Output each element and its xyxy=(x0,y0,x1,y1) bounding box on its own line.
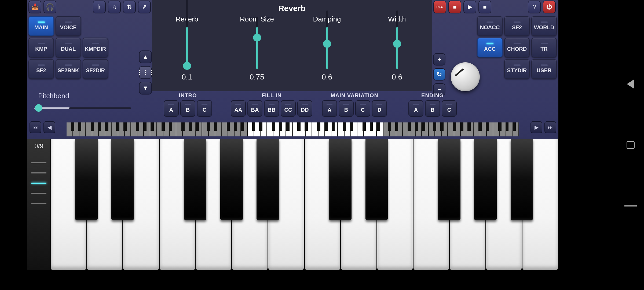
arranger-ending: ENDINGABC xyxy=(408,92,457,117)
panel-nav-left: ▲ ⋮⋮⋮ ▼ xyxy=(139,50,152,95)
pitchbend-slider[interactable] xyxy=(34,106,131,110)
power-button[interactable]: ⏻ xyxy=(543,1,556,13)
app-root: 📥 🎧 ᛒ ♫ ⇅ ⇗ REC ■ ▶ ■ ? ⏻ MAINVOICEKMPDU… xyxy=(27,0,558,270)
slider-damping[interactable]: Damping0.6 xyxy=(292,15,362,81)
black-key[interactable] xyxy=(438,139,460,220)
panel-up-button[interactable]: ▲ xyxy=(139,50,152,63)
arr-fillin-ba[interactable]: BA xyxy=(247,100,262,117)
pitchbend-label: Pitchbend xyxy=(38,92,69,100)
equalizer-icon[interactable]: ⇅ xyxy=(123,1,136,13)
arranger-main-variation: MAIN VARIATIONABCD xyxy=(322,92,387,117)
arr-fillin-bb[interactable]: BB xyxy=(264,100,279,117)
black-key[interactable] xyxy=(220,139,243,220)
reverb-panel: Reverb Reverb0.1Room Size0.75Damping0.6W… xyxy=(152,0,432,91)
arr-ending-a[interactable]: A xyxy=(408,100,423,117)
arr-mainvariation-c[interactable]: C xyxy=(355,100,370,117)
arr-ending-c[interactable]: C xyxy=(442,100,457,117)
right-btn-stydir[interactable]: STYDIR xyxy=(504,59,530,79)
slider-room-size[interactable]: Room Size0.75 xyxy=(222,15,292,81)
stop-button[interactable]: ■ xyxy=(478,1,491,13)
panel-grid-button[interactable]: ⋮⋮⋮ xyxy=(139,66,152,79)
kb-fastfwd-button[interactable]: ⏭ xyxy=(544,121,556,133)
left-btn-dual[interactable]: DUAL xyxy=(56,38,81,57)
android-back-button[interactable] xyxy=(624,78,637,90)
right-mode-grid: NOACCSF2WORLDACCCHORDTRSTYDIRUSER xyxy=(477,16,557,79)
left-mode-grid: MAINVOICEKMPDUALKMPDIRSF2SF2BNKSF2DIR xyxy=(28,16,108,79)
black-key[interactable] xyxy=(474,139,497,220)
velocity-level[interactable] xyxy=(31,193,46,194)
right-btn-noacc[interactable]: NOACC xyxy=(477,16,503,36)
android-home-button[interactable] xyxy=(624,139,637,151)
arr-intro-c[interactable]: C xyxy=(197,100,212,117)
black-key[interactable] xyxy=(111,139,134,220)
left-btn-sf2[interactable]: SF2 xyxy=(28,59,54,79)
tempo-knob[interactable] xyxy=(451,62,480,91)
velocity-level[interactable] xyxy=(31,183,46,184)
keyboard-nav: ⏮ ◀ ▶ ⏭ xyxy=(27,121,558,137)
slider-width[interactable]: Width0.6 xyxy=(362,15,432,81)
top-right-toolbar: REC ■ ▶ ■ ? ⏻ xyxy=(433,1,556,13)
panel-refresh-button[interactable]: ↻ xyxy=(433,68,445,81)
panel-down-button[interactable]: ▼ xyxy=(139,82,152,95)
black-key[interactable] xyxy=(75,139,98,220)
right-btn-tr[interactable]: TR xyxy=(531,38,557,57)
arr-fillin-aa[interactable]: AA xyxy=(231,100,246,117)
velocity-level[interactable] xyxy=(31,162,46,163)
keyboard-overview[interactable] xyxy=(67,122,519,136)
right-btn-world[interactable]: WORLD xyxy=(531,16,557,36)
panel-plus-button[interactable]: + xyxy=(433,53,445,66)
right-btn-sf2[interactable]: SF2 xyxy=(504,16,530,36)
black-key[interactable] xyxy=(329,139,352,220)
panel-nav-right: + ↻ − xyxy=(433,53,446,96)
arr-mainvariation-a[interactable]: A xyxy=(322,100,337,117)
velocity-level[interactable] xyxy=(31,203,46,204)
left-btn-sf2dir[interactable]: SF2DIR xyxy=(83,59,108,79)
android-nav-bar xyxy=(617,0,644,290)
headphones-globe-icon[interactable]: 🎧 xyxy=(43,1,56,13)
velocity-level[interactable] xyxy=(31,172,46,173)
arr-intro-b[interactable]: B xyxy=(180,100,195,117)
stop-record-button[interactable]: ■ xyxy=(448,1,461,13)
right-btn-acc[interactable]: ACC xyxy=(477,38,503,57)
arr-fillin-dd[interactable]: DD xyxy=(297,100,312,117)
android-recents-button[interactable] xyxy=(624,200,637,212)
right-btn-user[interactable]: USER xyxy=(531,59,557,79)
top-left-toolbar: 📥 🎧 ᛒ ♫ ⇅ ⇗ xyxy=(28,1,151,13)
arr-mainvariation-d[interactable]: D xyxy=(372,100,387,117)
left-btn-kmpdir[interactable]: KMPDIR xyxy=(83,38,108,57)
arranger-intro: INTROABC xyxy=(164,92,212,117)
reverb-sliders: Reverb0.1Room Size0.75Damping0.6Width0.6 xyxy=(152,15,432,81)
arr-mainvariation-b[interactable]: B xyxy=(339,100,354,117)
kb-rewind-button[interactable]: ⏮ xyxy=(30,121,41,133)
pitchbend-thumb[interactable] xyxy=(35,104,42,112)
kb-left-button[interactable]: ◀ xyxy=(43,121,55,133)
folder-download-icon[interactable]: 📥 xyxy=(28,1,41,13)
right-btn-chord[interactable]: CHORD xyxy=(504,38,530,57)
reverb-title: Reverb xyxy=(152,0,432,13)
left-btn-main[interactable]: MAIN xyxy=(28,16,54,36)
arranger-fill-in: FILL INAABABBCCDD xyxy=(231,92,312,117)
bluetooth-icon[interactable]: ᛒ xyxy=(93,1,106,13)
left-btn-kmp[interactable]: KMP xyxy=(28,38,54,57)
music-note-icon[interactable]: ♫ xyxy=(108,1,121,13)
left-btn-sf2bnk[interactable]: SF2BNK xyxy=(56,59,81,79)
black-key[interactable] xyxy=(511,139,533,220)
slider-reverb[interactable]: Reverb0.1 xyxy=(152,15,222,81)
arr-fillin-cc[interactable]: CC xyxy=(281,100,296,117)
black-key[interactable] xyxy=(257,139,279,220)
left-btn-voice[interactable]: VOICE xyxy=(56,16,81,36)
black-key[interactable] xyxy=(184,139,207,220)
share-icon[interactable]: ⇗ xyxy=(138,1,151,13)
arr-intro-a[interactable]: A xyxy=(164,100,179,117)
play-button[interactable]: ▶ xyxy=(463,1,476,13)
velocity-strip: 0/9 xyxy=(27,139,50,270)
octave-label: 0/9 xyxy=(34,139,43,153)
help-button[interactable]: ? xyxy=(528,1,541,13)
main-keyboard xyxy=(50,139,558,270)
black-key[interactable] xyxy=(365,139,388,220)
record-button[interactable]: REC xyxy=(433,1,446,13)
arr-ending-b[interactable]: B xyxy=(425,100,440,117)
kb-right-button[interactable]: ▶ xyxy=(530,121,542,133)
